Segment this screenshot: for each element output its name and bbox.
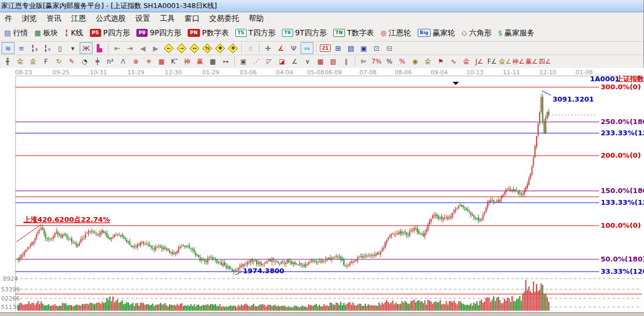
notepad-icon[interactable]: ▤: [345, 43, 357, 53]
span-arrow-icon[interactable]: ↦: [220, 56, 232, 67]
f-ruler-icon[interactable]: F: [40, 56, 52, 67]
gold-red-icon[interactable]: 金: [461, 56, 472, 67]
calculator-icon[interactable]: ⊞: [332, 43, 344, 53]
spiral-icon[interactable]: ↻: [53, 56, 65, 67]
last-page-icon[interactable]: ⇥: [124, 43, 136, 53]
wave-line-icon[interactable]: ∿: [448, 56, 459, 67]
mini-k3-icon[interactable]: ╏₃: [28, 43, 40, 53]
menu-item-0[interactable]: 件: [0, 12, 17, 25]
menu-item-3[interactable]: 江恩: [66, 12, 91, 25]
gold-line-icon[interactable]: 金: [422, 56, 434, 67]
tick-ruler-icon[interactable]: ╪: [91, 56, 103, 67]
flag-pencil-icon[interactable]: ⚑: [435, 56, 447, 67]
menu-item-8[interactable]: 交易委托: [204, 12, 244, 25]
menu-item-9[interactable]: 帮助: [244, 12, 269, 25]
toolbar-separator: [316, 43, 317, 53]
v-wave-icon[interactable]: ∨: [302, 56, 313, 67]
k-quote-icon[interactable]: K″: [168, 56, 180, 67]
mini-k9-icon[interactable]: ╏₉: [41, 43, 53, 53]
title-bar[interactable]: 家江恩专业版[赢家内部服务平台] - [上证指数 SH1A0001-348日K线…: [0, 0, 643, 12]
grid-target-icon[interactable]: ▦: [156, 56, 167, 67]
expand-all-icon[interactable]: ✥: [227, 43, 239, 53]
angle-j-icon[interactable]: J∠: [473, 56, 485, 67]
menu-item-7[interactable]: 窗口: [180, 12, 204, 25]
expand-h-icon[interactable]: ↔: [188, 43, 200, 53]
toolbar-item-9p-square[interactable]: P99P四方形: [133, 27, 185, 39]
toolbar-item-gann-wheel[interactable]: ◎江恩轮: [377, 27, 414, 39]
first-page-icon[interactable]: ⇤: [111, 43, 123, 53]
toolbar-item-winner-service[interactable]: $赢家服务: [495, 27, 538, 39]
scale-list-icon[interactable]: ⊨: [358, 56, 370, 67]
target-icon[interactable]: ⊕: [130, 56, 142, 67]
toolbar-item-9t-square[interactable]: T99T四方形: [279, 27, 330, 39]
angle-gold-icon[interactable]: 金∠: [499, 56, 511, 67]
grid-123-icon[interactable]: ▩: [207, 56, 219, 67]
angle-f-icon[interactable]: F∠: [486, 56, 498, 67]
toolbar-item-hexagon[interactable]: ◇六角形: [458, 27, 495, 39]
computer-icon[interactable]: ⊟: [384, 43, 395, 53]
next-bar-icon[interactable]: ▶: [150, 43, 162, 53]
ying-icon[interactable]: 赢: [194, 56, 206, 67]
peak-price-label: 3091.3201: [553, 95, 594, 103]
toolbar-item-p-number-table[interactable]: PNP数字表: [185, 27, 232, 39]
toolbar-item-p-square[interactable]: PSP四方形: [87, 27, 134, 39]
scribble-icon[interactable]: ≋: [2, 42, 14, 54]
histogram-icon[interactable]: ▙: [94, 43, 105, 53]
angle-si-icon[interactable]: 四∠: [539, 56, 551, 67]
shift-right-icon[interactable]: →: [175, 43, 187, 53]
gann-model-icon[interactable]: Ψ: [288, 43, 300, 53]
red-grid-icon[interactable]: ▦: [315, 56, 326, 67]
red-grid-arrow-icon[interactable]: ▧: [327, 56, 339, 67]
angle-shen-icon[interactable]: 神∠: [512, 56, 525, 67]
parallel-icon[interactable]: ∥: [340, 56, 352, 67]
hand-icon[interactable]: ☝: [244, 43, 256, 53]
percent-icon[interactable]: %: [384, 56, 395, 67]
crosshair-icon[interactable]: ✛: [262, 43, 274, 53]
gold-circle-icon[interactable]: ◉: [409, 56, 421, 67]
candle-style-dropdown-icon[interactable]: ▾: [67, 43, 79, 53]
fan-icon[interactable]: ⋰: [250, 56, 262, 67]
toolbar-item-sectors[interactable]: ▦板块: [31, 27, 61, 39]
menu-item-4[interactable]: 公式选股: [91, 12, 131, 25]
candle-style-icon[interactable]: ▯: [54, 43, 66, 53]
volume-bars: [18, 280, 549, 311]
golden-gate-icon[interactable]: 金: [14, 56, 26, 67]
net-computer-icon[interactable]: ⊡: [371, 43, 382, 53]
calendar-icon[interactable]: 21: [319, 43, 331, 53]
angle-tool-icon[interactable]: ∡: [275, 43, 287, 53]
time-circle-icon[interactable]: ◔: [79, 56, 90, 67]
menu-item-2[interactable]: 资讯: [42, 12, 66, 25]
k-pattern-icon[interactable]: Ж: [80, 42, 93, 54]
chart-region[interactable]: 08-2309-2510-3111-2912-3001-2903-0604-04…: [0, 68, 644, 312]
golden-gate2-icon[interactable]: 金: [27, 56, 39, 67]
apex-icon[interactable]: Λ: [117, 56, 129, 67]
percent-7-icon[interactable]: 7%: [371, 56, 382, 67]
prev-bar-icon[interactable]: ◀: [137, 43, 149, 53]
notes-icon[interactable]: ≡: [16, 43, 27, 53]
pencil-rocket-icon[interactable]: ✎: [66, 56, 78, 67]
cross-zoom-icon[interactable]: ✚: [214, 43, 226, 53]
gann-wheel-label: 江恩轮: [389, 28, 411, 38]
angle-rays-icon[interactable]: ∠: [289, 56, 301, 67]
shift-left-icon[interactable]: ←: [163, 43, 174, 53]
shen-icon[interactable]: 神: [181, 56, 193, 67]
compress-h-icon[interactable]: ⇆: [201, 43, 213, 53]
fan-box-icon[interactable]: ◪: [276, 56, 288, 67]
angle-ying-icon[interactable]: 赢∠: [526, 56, 538, 67]
toolbar-item-t-square[interactable]: TST四方形: [232, 27, 279, 39]
toolbar-item-t-number-table[interactable]: TNT数字表: [330, 27, 377, 39]
toolbar-item-kline[interactable]: ╏K线: [62, 27, 87, 39]
n-square-icon[interactable]: n²: [104, 56, 116, 67]
menu-item-5[interactable]: 设置: [131, 12, 155, 25]
starburst-icon[interactable]: ✳: [143, 56, 155, 67]
menu-item-6[interactable]: 工具: [155, 12, 180, 25]
toolbar-item-quotes[interactable]: ▤行情: [1, 27, 31, 39]
percent-line-icon[interactable]: %: [396, 56, 408, 67]
save-icon[interactable]: ▣: [358, 43, 370, 53]
fan-square-icon[interactable]: ◸: [263, 56, 275, 67]
frame-tool-icon[interactable]: ▣: [237, 56, 249, 67]
toolbar-item-winner-wheel[interactable]: Big赢家轮: [415, 27, 458, 39]
menu-item-1[interactable]: 浏览: [17, 12, 42, 25]
brain-icon[interactable]: ∾: [301, 42, 313, 54]
hash-icon[interactable]: ╫: [2, 56, 13, 67]
